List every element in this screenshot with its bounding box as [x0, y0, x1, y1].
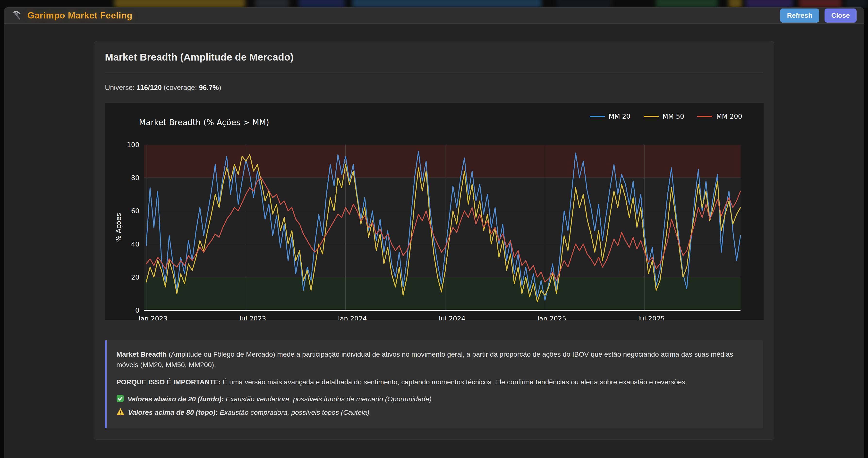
- svg-text:80: 80: [131, 174, 140, 181]
- importance-paragraph: PORQUE ISSO É IMPORTANTE: É uma versão m…: [116, 377, 753, 387]
- background-card: [845, 0, 867, 8]
- svg-text:100: 100: [127, 141, 140, 148]
- background-dashboard-strip: [0, 0, 868, 8]
- background-card: [255, 0, 289, 8]
- explanation-box: Market Breadth (Amplitude ou Fôlego de M…: [105, 340, 763, 428]
- svg-text:20: 20: [131, 274, 140, 281]
- legend-label: MM 50: [662, 113, 684, 120]
- svg-text:Jul 2025: Jul 2025: [638, 315, 665, 320]
- background-card: [656, 0, 718, 8]
- market-feeling-modal: Garimpo Market Feeling Refresh Close Mar…: [4, 7, 864, 458]
- universe-line: Universe: 116/120 (coverage: 96.7%): [105, 84, 763, 92]
- chart-legend: MM 20MM 50MM 200: [590, 113, 742, 120]
- pickaxe-icon: [11, 10, 22, 21]
- modal-header: Garimpo Market Feeling Refresh Close: [4, 7, 864, 24]
- background-card: [556, 0, 612, 8]
- universe-count: 116/120: [137, 84, 162, 91]
- svg-text:Jul 2023: Jul 2023: [239, 315, 266, 320]
- close-button[interactable]: Close: [825, 8, 857, 23]
- svg-text:Market Breadth (% Ações > MM): Market Breadth (% Ações > MM): [139, 118, 269, 127]
- background-card: [299, 0, 345, 8]
- warning-icon: [116, 408, 125, 419]
- market-breadth-chart: 020406080100Jan 2023Jul 2023Jan 2024Jul …: [105, 103, 764, 320]
- svg-text:Jan 2023: Jan 2023: [138, 315, 167, 320]
- legend-line-sample: [697, 116, 712, 117]
- svg-text:Jan 2025: Jan 2025: [537, 315, 566, 320]
- svg-text:40: 40: [131, 240, 140, 248]
- legend-label: MM 20: [609, 113, 630, 120]
- legend-item: MM 200: [697, 113, 742, 120]
- legend-item: MM 20: [590, 113, 630, 120]
- background-card: [728, 0, 742, 8]
- background-card: [352, 0, 541, 8]
- background-card: [799, 0, 841, 8]
- legend-label: MM 200: [716, 113, 742, 120]
- svg-text:% Ações: % Ações: [115, 213, 123, 242]
- coverage-value: 96.7%: [199, 84, 219, 91]
- svg-text:60: 60: [131, 207, 140, 214]
- market-breadth-card: Market Breadth (Amplitude de Mercado) Un…: [94, 41, 774, 440]
- check-icon: [116, 395, 124, 405]
- legend-line-sample: [644, 116, 659, 117]
- background-card: [746, 0, 793, 8]
- bullet-overbought: Valores acima de 80 (topo): Exaustão com…: [116, 407, 753, 419]
- legend-item: MM 50: [644, 113, 684, 120]
- background-card: [114, 0, 245, 8]
- bullet-oversold: Valores abaixo de 20 (fundo): Exaustão v…: [116, 394, 753, 405]
- explanation-paragraph: Market Breadth (Amplitude ou Fôlego de M…: [116, 349, 753, 370]
- svg-text:Jul 2024: Jul 2024: [438, 315, 465, 320]
- refresh-button[interactable]: Refresh: [780, 8, 819, 23]
- card-title: Market Breadth (Amplitude de Mercado): [105, 52, 763, 63]
- app-title: Garimpo Market Feeling: [27, 10, 133, 21]
- divider: [105, 72, 763, 73]
- svg-text:0: 0: [135, 307, 140, 314]
- svg-text:Jan 2024: Jan 2024: [337, 315, 367, 320]
- chart-canvas: 020406080100Jan 2023Jul 2023Jan 2024Jul …: [105, 103, 764, 320]
- legend-line-sample: [590, 116, 605, 117]
